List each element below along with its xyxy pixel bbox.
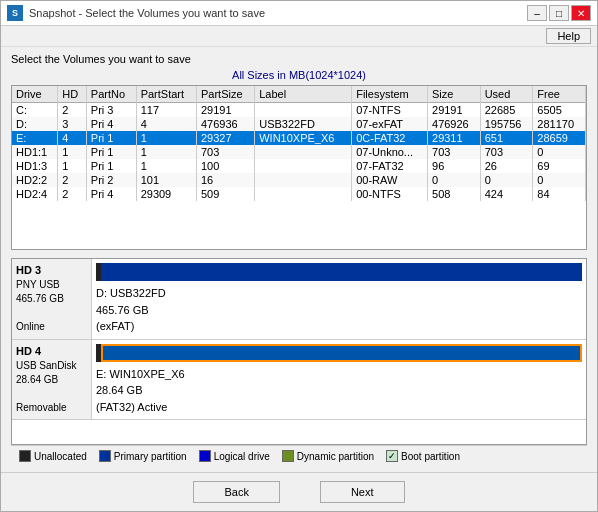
table-cell: Pri 3 [86, 103, 136, 118]
window-controls: – □ ✕ [527, 5, 591, 21]
legend-label-logical: Logical drive [214, 451, 270, 462]
legend-label-boot: Boot partition [401, 451, 460, 462]
disk-info-hd4: HD 4 USB SanDisk 28.64 GB Removable [12, 340, 92, 420]
legend-box-boot: ✓ [386, 450, 398, 462]
table-cell: 1 [58, 145, 87, 159]
disk-desc-hd4: E: WIN10XPE_X628.64 GB(FAT32) Active [96, 366, 582, 416]
table-cell: 195756 [480, 117, 533, 131]
col-partno: PartNo [86, 86, 136, 103]
partition-bar-hd4 [96, 344, 582, 362]
table-cell [255, 173, 352, 187]
disk-panel-hd3: HD 3 PNY USB 465.76 GB Online D: USB [12, 259, 586, 340]
table-cell [255, 145, 352, 159]
disk-panels: HD 3 PNY USB 465.76 GB Online D: USB [11, 258, 587, 445]
table-cell: 476926 [428, 117, 481, 131]
table-cell: 0 [428, 173, 481, 187]
table-cell: 424 [480, 187, 533, 201]
table-cell: 16 [196, 173, 254, 187]
legend-boot: ✓ Boot partition [386, 450, 460, 462]
app-icon: S [7, 5, 23, 21]
table-cell: E: [12, 131, 58, 145]
maximize-button[interactable]: □ [549, 5, 569, 21]
legend: Unallocated Primary partition Logical dr… [11, 445, 587, 466]
legend-box-logical [199, 450, 211, 462]
table-cell: 651 [480, 131, 533, 145]
table-cell: Pri 1 [86, 145, 136, 159]
table-row[interactable]: HD2:42Pri 42930950900-NTFS50842484 [12, 187, 586, 201]
table-row[interactable]: E:4Pri 1129327WIN10XPE_X60C-FAT322931165… [12, 131, 586, 145]
table-cell: 117 [136, 103, 196, 118]
table-cell [255, 159, 352, 173]
table-cell [255, 103, 352, 118]
footer: Back Next [1, 472, 597, 511]
table-cell: D: [12, 117, 58, 131]
table-cell: 6505 [533, 103, 586, 118]
table-cell: 703 [428, 145, 481, 159]
table-cell: 101 [136, 173, 196, 187]
table-cell: 07-NTFS [352, 103, 428, 118]
col-label: Label [255, 86, 352, 103]
table-cell: 1 [58, 159, 87, 173]
table-cell: 1 [136, 131, 196, 145]
table-cell: 508 [428, 187, 481, 201]
legend-label-dynamic: Dynamic partition [297, 451, 374, 462]
legend-dynamic: Dynamic partition [282, 450, 374, 462]
table-cell: 2 [58, 103, 87, 118]
table-cell: 476936 [196, 117, 254, 131]
table-cell: 29191 [196, 103, 254, 118]
table-cell: 28659 [533, 131, 586, 145]
volumes-table: Drive HD PartNo PartStart PartSize Label… [12, 86, 586, 201]
table-cell: 703 [480, 145, 533, 159]
title-bar: S Snapshot - Select the Volumes you want… [1, 1, 597, 26]
next-button[interactable]: Next [320, 481, 405, 503]
legend-primary: Primary partition [99, 450, 187, 462]
table-row[interactable]: HD2:22Pri 21011600-RAW000 [12, 173, 586, 187]
table-row[interactable]: D:3Pri 44476936USB322FD07-exFAT476926195… [12, 117, 586, 131]
help-bar: Help [1, 26, 597, 47]
table-cell: HD1:1 [12, 145, 58, 159]
main-content: Select the Volumes you want to save All … [1, 47, 597, 472]
back-button[interactable]: Back [193, 481, 279, 503]
table-cell: 29327 [196, 131, 254, 145]
table-cell: 281170 [533, 117, 586, 131]
table-cell: Pri 1 [86, 131, 136, 145]
table-cell: 0 [480, 173, 533, 187]
table-cell: 3 [58, 117, 87, 131]
col-filesystem: Filesystem [352, 86, 428, 103]
disk-brand-hd3: PNY USB [16, 279, 60, 290]
table-cell: 0C-FAT32 [352, 131, 428, 145]
table-cell: 00-RAW [352, 173, 428, 187]
main-window: S Snapshot - Select the Volumes you want… [0, 0, 598, 512]
minimize-button[interactable]: – [527, 5, 547, 21]
table-cell: 2 [58, 187, 87, 201]
legend-logical: Logical drive [199, 450, 270, 462]
table-cell: 0 [533, 145, 586, 159]
close-button[interactable]: ✕ [571, 5, 591, 21]
col-drive: Drive [12, 86, 58, 103]
volumes-table-container: Drive HD PartNo PartStart PartSize Label… [11, 85, 587, 250]
disk-visual-hd3: D: USB322FD465.76 GB(exFAT) [92, 259, 586, 339]
sizes-note: All Sizes in MB(1024*1024) [11, 69, 587, 81]
disk-brand-hd4: USB SanDisk [16, 360, 77, 371]
table-row[interactable]: C:2Pri 31172919107-NTFS29191226856505 [12, 103, 586, 118]
disk-panels-scroll[interactable]: HD 3 PNY USB 465.76 GB Online D: USB [12, 259, 586, 444]
table-header-row: Drive HD PartNo PartStart PartSize Label… [12, 86, 586, 103]
table-cell: 1 [136, 159, 196, 173]
table-cell: 100 [196, 159, 254, 173]
window-title: Snapshot - Select the Volumes you want t… [29, 7, 265, 19]
legend-label-primary: Primary partition [114, 451, 187, 462]
table-cell: 29309 [136, 187, 196, 201]
disk-status-hd4: Removable [16, 402, 67, 413]
table-cell: 07-FAT32 [352, 159, 428, 173]
table-cell: 703 [196, 145, 254, 159]
table-cell: HD2:4 [12, 187, 58, 201]
help-button[interactable]: Help [546, 28, 591, 44]
table-row[interactable]: HD1:11Pri 1170307-Unkno...7037030 [12, 145, 586, 159]
col-partstart: PartStart [136, 86, 196, 103]
table-cell: 4 [58, 131, 87, 145]
table-cell: 0 [533, 173, 586, 187]
legend-box-dynamic [282, 450, 294, 462]
table-cell: 1 [136, 145, 196, 159]
table-row[interactable]: HD1:31Pri 1110007-FAT32962669 [12, 159, 586, 173]
table-cell: USB322FD [255, 117, 352, 131]
